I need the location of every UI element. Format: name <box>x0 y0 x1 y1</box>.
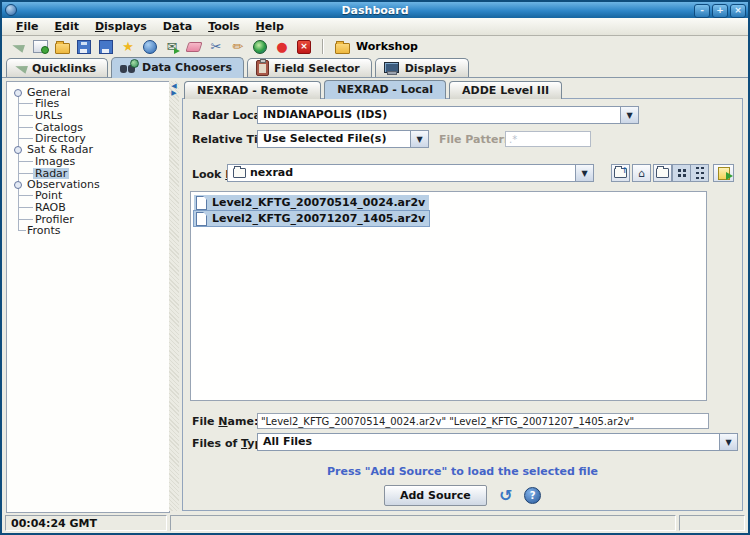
chevron-down-icon[interactable]: ▼ <box>620 107 638 123</box>
list-view-button[interactable] <box>690 164 709 182</box>
tree-node-files[interactable]: Files <box>35 98 59 109</box>
dashboard-window: Dashboard - + × File Edit Displays Data … <box>0 0 750 535</box>
app-icon <box>5 4 17 16</box>
collapse-right-icon[interactable]: ▶ <box>171 90 176 97</box>
menu-displays[interactable]: Displays <box>87 20 155 33</box>
tab-data-choosers[interactable]: Data Choosers <box>111 57 244 78</box>
tree-node-raob[interactable]: RAOB <box>35 202 66 213</box>
menu-bar: File Edit Displays Data Tools Help <box>2 18 748 36</box>
main-tab-bar: Quicklinks Data Choosers Field Selector … <box>6 57 472 78</box>
favorites-star-icon[interactable]: ★ <box>120 39 136 55</box>
remove-data-scissors-icon[interactable]: ✂ <box>208 39 224 55</box>
file-list[interactable]: Level2_KFTG_20070514_0024.ar2v Level2_KF… <box>190 191 707 401</box>
save-bundle-icon[interactable] <box>76 39 92 55</box>
menu-file[interactable]: File <box>8 20 47 33</box>
menu-help[interactable]: Help <box>248 20 292 33</box>
title-bar[interactable]: Dashboard - + × <box>2 2 748 18</box>
relative-times-combobox[interactable]: Use Selected File(s) ▼ <box>257 130 429 148</box>
memory-cell <box>679 515 745 531</box>
workshop-label[interactable]: Workshop <box>356 40 418 53</box>
menu-tools[interactable]: Tools <box>200 20 247 33</box>
tree-expand-knob-icon[interactable] <box>14 146 22 154</box>
save-favorite-icon[interactable] <box>98 39 114 55</box>
tab-quicklinks[interactable]: Quicklinks <box>6 58 108 78</box>
file-list-item[interactable]: Level2_KFTG_20070514_0024.ar2v <box>194 195 429 210</box>
new-window-icon[interactable] <box>32 39 48 55</box>
file-icon <box>196 196 207 210</box>
stop-close-icon[interactable]: × <box>296 39 312 55</box>
toolbar-separator <box>322 39 324 54</box>
monitor-icon <box>384 62 400 75</box>
menu-edit[interactable]: Edit <box>47 20 87 33</box>
message-cell <box>170 515 676 531</box>
tab-adde-level-iii[interactable]: ADDE Level III <box>449 81 562 99</box>
file-pattern-field[interactable]: .* <box>505 131 591 147</box>
nexrad-local-chooser-panel: Radar Location: INDIANAPOLIS (IDS) ▼ Rel… <box>182 98 743 511</box>
home-button[interactable]: ⌂ <box>632 164 651 182</box>
tab-displays[interactable]: Displays <box>375 58 469 78</box>
tab-field-selector[interactable]: Field Selector <box>247 58 372 78</box>
tab-nexrad-local[interactable]: NEXRAD - Local <box>324 80 446 99</box>
status-bar: 00:04:24 GMT <box>2 513 748 533</box>
menu-data[interactable]: Data <box>155 20 200 33</box>
clock-cell: 00:04:24 GMT <box>5 515 167 531</box>
chooser-status-message: Press "Add Source" to load the selected … <box>183 465 742 478</box>
tree-expand-knob-icon[interactable] <box>14 89 22 97</box>
file-list-item[interactable]: Level2_KFTG_20071207_1405.ar2v <box>194 211 429 226</box>
help-icon[interactable]: ? <box>524 487 541 504</box>
edit-pencil-icon[interactable]: ✏ <box>230 39 246 55</box>
tree-node-point[interactable]: Point <box>35 190 62 201</box>
file-name-label: File Name: <box>192 415 258 428</box>
reload-directory-button[interactable] <box>713 164 734 182</box>
content-area: General Files URLs Catalogs Directory Sa… <box>2 77 748 512</box>
maximize-button[interactable]: + <box>712 4 728 18</box>
tree-expand-knob-icon[interactable] <box>14 181 22 189</box>
folder-icon <box>233 168 246 178</box>
workshop-folder-icon[interactable] <box>334 39 350 55</box>
window-controls: - + × <box>694 4 746 18</box>
minimize-button[interactable]: - <box>694 4 710 18</box>
tree-node-images[interactable]: Images <box>35 156 75 167</box>
record-icon[interactable]: ● <box>274 39 290 55</box>
show-quicklinks-icon[interactable] <box>10 39 26 55</box>
tree-connector-line <box>18 93 19 231</box>
chevron-down-icon[interactable]: ▼ <box>719 434 737 450</box>
open-bundle-folder-icon[interactable] <box>54 39 70 55</box>
close-button[interactable]: × <box>730 4 746 18</box>
binoculars-icon <box>120 62 137 73</box>
tree-node-fronts[interactable]: Fronts <box>27 225 61 236</box>
file-name-field[interactable]: "Level2_KFTG_20070514_0024.ar2v" "Level2… <box>257 413 709 429</box>
refresh-icon[interactable]: ↻ <box>499 488 512 504</box>
paper-plane-icon <box>14 62 28 73</box>
send-mail-icon[interactable]: ✉ <box>164 39 180 55</box>
tab-nexrad-remote[interactable]: NEXRAD - Remote <box>184 81 321 99</box>
window-title: Dashboard <box>2 4 748 17</box>
new-folder-button[interactable] <box>653 164 672 182</box>
look-in-combobox[interactable]: nexrad ▼ <box>227 164 594 182</box>
tree-node-sat-radar[interactable]: Sat & Radar <box>27 144 93 155</box>
globe-icon[interactable] <box>252 39 268 55</box>
chooser-tab-bar: NEXRAD - Remote NEXRAD - Local ADDE Leve… <box>184 80 565 99</box>
files-of-type-combobox[interactable]: All Files ▼ <box>257 433 738 451</box>
tree-node-urls[interactable]: URLs <box>35 110 63 121</box>
up-folder-button[interactable]: ↑ <box>611 164 630 182</box>
split-pane-divider[interactable]: ◀ ▶ <box>169 81 179 511</box>
file-icon <box>196 212 207 226</box>
support-sphere-icon[interactable] <box>142 39 158 55</box>
chooser-category-tree: General Files URLs Catalogs Directory Sa… <box>6 81 170 513</box>
clipboard-icon <box>256 60 269 76</box>
chooser-action-row: Add Source ↻ ? <box>183 485 742 506</box>
radar-location-combobox[interactable]: INDIANAPOLIS (IDS) ▼ <box>257 106 639 124</box>
chevron-down-icon[interactable]: ▼ <box>575 165 593 181</box>
grid-view-button[interactable] <box>672 164 691 182</box>
toolbar: ★ ✉ ✂ ✏ ● × Workshop <box>2 36 748 57</box>
add-source-button[interactable]: Add Source <box>384 485 487 506</box>
chevron-down-icon[interactable]: ▼ <box>410 131 428 147</box>
remove-displays-eraser-icon[interactable] <box>186 39 202 55</box>
